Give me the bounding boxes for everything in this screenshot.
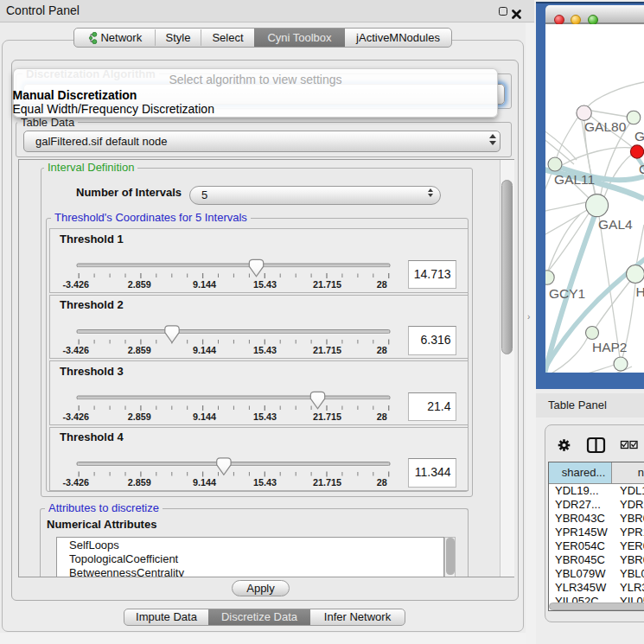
svg-text:GA: GA bbox=[634, 129, 644, 143]
svg-text:GAL4: GAL4 bbox=[598, 217, 633, 232]
svg-text:HAP2: HAP2 bbox=[592, 340, 628, 354]
svg-text:C: C bbox=[639, 162, 644, 176]
svg-text:HI: HI bbox=[636, 284, 644, 299]
svg-text:GAL80: GAL80 bbox=[584, 119, 627, 134]
svg-text:GAL11: GAL11 bbox=[554, 172, 595, 187]
svg-text:GCY1: GCY1 bbox=[549, 286, 585, 301]
